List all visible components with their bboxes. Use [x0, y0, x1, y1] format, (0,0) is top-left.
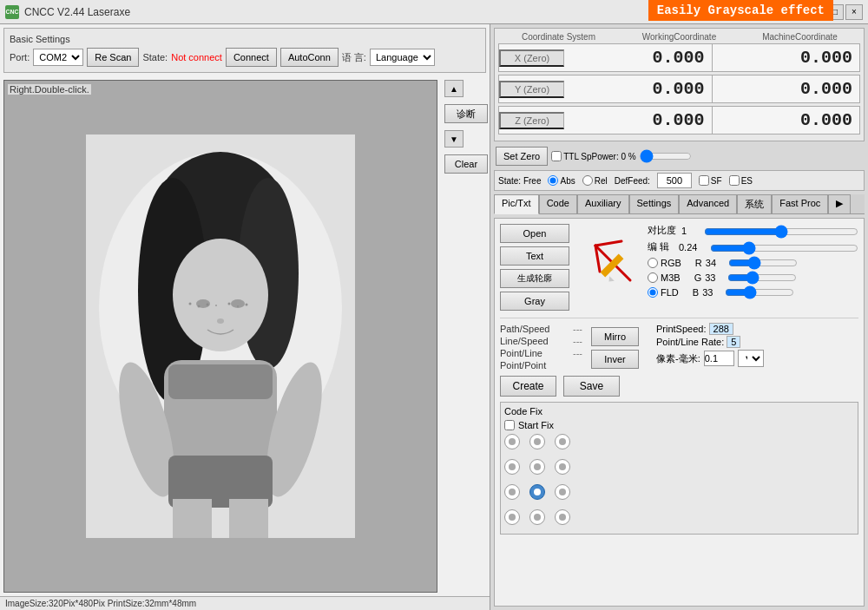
- canvas-image-area[interactable]: [4, 81, 437, 592]
- svg-line-26: [595, 241, 621, 246]
- r-slider[interactable]: [728, 257, 798, 269]
- fix-radio-0-2[interactable]: [555, 434, 570, 449]
- scroll-up-button[interactable]: ▲: [444, 80, 464, 97]
- pictxt-content: Open Text 生成轮廓 Gray: [494, 218, 865, 607]
- fix-radio-0-0[interactable]: [504, 434, 520, 449]
- es-checkbox[interactable]: [729, 175, 740, 186]
- contrast-slider[interactable]: [704, 225, 858, 239]
- svg-rect-12: [229, 499, 268, 538]
- app-icon: CNC: [5, 5, 19, 19]
- b-label: B: [693, 287, 699, 298]
- invert-button[interactable]: Inver: [591, 350, 639, 369]
- z-zero-button[interactable]: Z (Zero): [499, 112, 564, 129]
- status-text: ImageSize:320Pix*480Pix PrintSize:32mm*4…: [5, 599, 196, 608]
- canvas-area: Right.Double-click.: [3, 80, 437, 593]
- tab-advanced[interactable]: Advanced: [679, 194, 737, 213]
- fix-radio-2-1[interactable]: [529, 484, 545, 500]
- brightness-slider-track: [710, 241, 858, 253]
- g-slider[interactable]: [727, 272, 797, 284]
- fix-radio-1-2[interactable]: [555, 459, 570, 475]
- b-slider[interactable]: [725, 286, 794, 298]
- pixel-mm-row: 像素-毫米: ▼: [656, 350, 764, 367]
- pixel-mm-input[interactable]: [704, 351, 734, 366]
- create-save-row: Create Save: [500, 376, 858, 397]
- fix-radio-2-0[interactable]: [504, 484, 520, 500]
- coord-header: Coordinate System WorkingCoordinate Mach…: [498, 32, 860, 42]
- y-coord-row: Y (Zero) 0.000 0.000: [498, 75, 860, 103]
- tab-system[interactable]: 系统: [737, 194, 772, 213]
- svg-point-17: [215, 305, 217, 306]
- pixel-mm-unit-select[interactable]: ▼: [738, 350, 764, 367]
- save-button[interactable]: Save: [563, 376, 620, 397]
- brightness-slider[interactable]: [710, 241, 858, 255]
- connect-button[interactable]: Connect: [226, 48, 277, 67]
- ttl-slider[interactable]: [640, 149, 692, 163]
- language-select[interactable]: Language 中文 English: [370, 49, 435, 66]
- state-row: State: Free Abs Rel DefFeed: SF ES: [494, 170, 865, 191]
- controls-row: Set Zero TTL SpPower: 0 %: [494, 145, 865, 167]
- contrast-row: 对比度 1: [648, 224, 858, 237]
- point-line-rate-label: Point/Line Rate:: [656, 337, 724, 347]
- title-bar: CNC CNCC V2.44 Laseraxe Easily Grayscale…: [0, 0, 868, 24]
- gray-button[interactable]: Gray: [500, 292, 569, 311]
- generate-contour-button[interactable]: 生成轮廓: [500, 269, 569, 288]
- rel-radio[interactable]: [582, 175, 593, 186]
- print-speed-value: 288: [709, 323, 733, 335]
- text-button[interactable]: Text: [500, 246, 569, 266]
- pic-buttons-col: Open Text 生成轮廓 Gray: [500, 224, 569, 311]
- fix-radio-2-2[interactable]: [555, 484, 570, 500]
- g-label: G: [694, 272, 702, 283]
- z-machine-value: 0.000: [713, 107, 860, 134]
- photo-preview: [86, 134, 355, 538]
- tab-code[interactable]: Code: [539, 194, 577, 213]
- start-fix-checkbox[interactable]: [504, 420, 515, 430]
- def-feed-label: DefFeed:: [615, 176, 650, 186]
- autoconn-button[interactable]: AutoConn: [280, 48, 339, 67]
- svg-rect-28: [601, 254, 624, 278]
- mirror-button[interactable]: Mirro: [591, 327, 639, 346]
- tab-pictxt[interactable]: Pic/Txt: [494, 194, 539, 214]
- basic-settings-title: Basic Settings: [10, 34, 480, 44]
- contrast-value: 1: [681, 226, 699, 236]
- sf-checkbox[interactable]: [699, 175, 709, 186]
- rescan-button[interactable]: Re Scan: [87, 48, 139, 67]
- z-coord-row: Z (Zero) 0.000 0.000: [498, 106, 860, 134]
- port-label: Port:: [10, 52, 30, 62]
- tab-settings[interactable]: Settings: [629, 194, 680, 213]
- path-controls-row: Path/Speed --- Line/Speed --- Point/Line…: [500, 324, 858, 371]
- fix-radio-3-2[interactable]: [555, 509, 570, 525]
- port-select[interactable]: COM2 COM1 COM3: [33, 49, 83, 66]
- brightness-row: 编 辑 0.24: [648, 240, 858, 253]
- set-zero-button[interactable]: Set Zero: [496, 147, 548, 166]
- settings-row: Port: COM2 COM1 COM3 Re Scan State: Not …: [10, 48, 480, 67]
- ttl-checkbox-label: TTL SpPower: 0 %: [551, 151, 636, 161]
- create-button[interactable]: Create: [500, 376, 556, 397]
- open-button[interactable]: Open: [500, 224, 569, 243]
- fix-radio-1-1[interactable]: [529, 459, 545, 475]
- fix-radio-0-1[interactable]: [529, 434, 545, 449]
- g-value: 33: [705, 272, 724, 283]
- tab-auxiliary[interactable]: Auxiliary: [577, 194, 629, 213]
- left-panel: Basic Settings Port: COM2 COM1 COM3 Re S…: [0, 24, 490, 610]
- y-zero-button[interactable]: Y (Zero): [499, 81, 564, 98]
- path-speed-label: Path/Speed: [500, 324, 569, 334]
- line-speed-label: Line/Speed: [500, 336, 569, 346]
- def-feed-input[interactable]: [657, 173, 692, 188]
- color-mode-section: RGB R 34 M3B: [648, 257, 858, 298]
- point-line-rate-row: Point/Line Rate: 5: [656, 337, 764, 347]
- x-coord-row: X (Zero) 0.000 0.000: [498, 43, 860, 72]
- tab-fastproc[interactable]: Fast Proc: [772, 194, 828, 213]
- diagnose-button[interactable]: 诊断: [444, 104, 488, 123]
- fix-radio-3-0[interactable]: [504, 509, 520, 525]
- clear-button[interactable]: Clear: [444, 154, 488, 174]
- fix-radio-3-1[interactable]: [529, 509, 545, 525]
- r-value: 34: [706, 258, 725, 268]
- abs-radio[interactable]: [548, 175, 558, 186]
- tab-more[interactable]: ▶: [828, 194, 851, 213]
- fix-radio-1-0[interactable]: [504, 459, 520, 475]
- close-button[interactable]: ×: [845, 4, 863, 20]
- ttl-checkbox[interactable]: [551, 151, 562, 161]
- y-working-value: 0.000: [564, 75, 713, 102]
- x-zero-button[interactable]: X (Zero): [499, 49, 564, 67]
- scroll-down-button[interactable]: ▼: [444, 130, 464, 148]
